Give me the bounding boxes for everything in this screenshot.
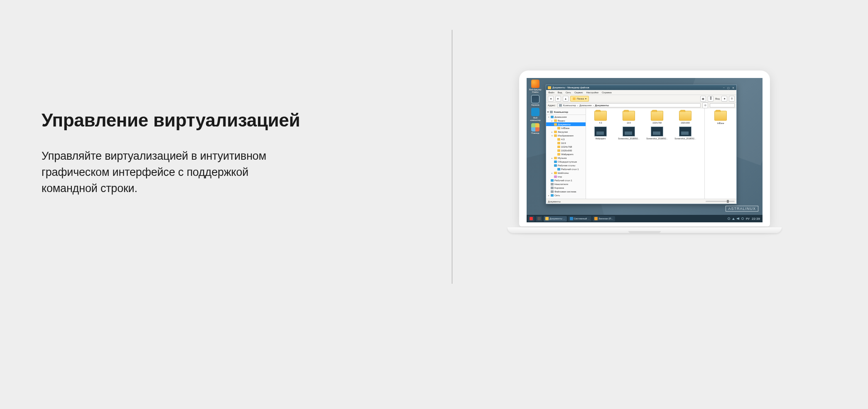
grid-label: 16:9 (627, 122, 631, 124)
desktop-icon-trash[interactable]: Корзина (528, 95, 542, 106)
menu-service[interactable]: Сервис (574, 91, 583, 94)
tree-item[interactable]: Корзина (546, 186, 586, 190)
nav-back-button[interactable]: ◄ (548, 96, 554, 102)
tray-language[interactable]: РУ (746, 217, 750, 220)
tree-item[interactable]: ▸Видео (546, 119, 586, 122)
folder-icon (551, 187, 554, 189)
file-grid: 4:316:91024x7681920x900WallpapersScreens… (586, 108, 705, 199)
breadcrumb[interactable]: Компьютер (563, 104, 576, 107)
view-favorites-button[interactable]: ★ (721, 96, 727, 102)
breadcrumb[interactable]: Домашняя (579, 104, 592, 107)
maximize-button[interactable]: ▢ (727, 86, 730, 89)
menu-network[interactable]: Сеть (566, 91, 571, 94)
grid-folder[interactable]: 1024x768 (645, 111, 669, 124)
grid-label: 1024x768 (652, 122, 662, 124)
show-desktop-button[interactable] (536, 216, 542, 222)
address-input[interactable]: Компьютер› Домашняя› Документы (557, 103, 701, 107)
folder-icon (554, 119, 557, 122)
tree-label: 4:3 (561, 138, 564, 141)
drive-icon (559, 104, 562, 107)
tree-root[interactable]: ▾ Компьютер (546, 109, 586, 115)
folder-icon[interactable] (714, 111, 727, 121)
address-bar: Адрес: Компьютер› Домашняя› Документы ⟳ (546, 102, 736, 108)
taskbar-label: Записки (П... (598, 217, 613, 220)
desktop-icon-help[interactable]: Помощь (528, 123, 542, 134)
tree-item[interactable]: 1920x900 (546, 149, 586, 152)
grid-folder[interactable]: 16:9 (617, 111, 641, 124)
search-input[interactable] (710, 103, 735, 107)
grid-label: Screenshot_2018092... (618, 137, 640, 140)
grid-folder[interactable]: 1920x900 (673, 111, 697, 124)
breadcrumb-current[interactable]: Документы (595, 104, 609, 107)
trash-icon (531, 95, 539, 103)
tray-power-icon[interactable] (741, 217, 744, 220)
laptop-notch (628, 231, 661, 233)
tree-item[interactable]: 1024x768 (546, 145, 586, 149)
refresh-button[interactable]: ⟳ (702, 102, 708, 108)
new-folder-button[interactable]: Папка ▾ (570, 96, 589, 102)
tree-item[interactable]: ▾Домашняя (546, 115, 586, 119)
tree-item[interactable]: 4:3 (546, 137, 586, 141)
disclosure-icon: ▸ (551, 131, 553, 133)
view-list-button[interactable]: ≣ (708, 96, 714, 102)
nav-forward-button[interactable]: ► (555, 96, 561, 102)
grid-image[interactable]: Screenshot_2018092... (617, 127, 641, 140)
tree-item[interactable]: tmp (546, 175, 586, 178)
view-label: Вид (715, 97, 720, 100)
chevron-down-icon: ▾ (585, 97, 586, 100)
grid-image[interactable]: Screenshot_2018092... (645, 127, 669, 140)
desktop-icon-firefox[interactable]: Веб-браузер Firefox (528, 80, 542, 93)
zoom-slider[interactable] (706, 201, 735, 202)
desktop-icon-computer[interactable]: Мой компьютер (528, 108, 542, 122)
menu-settings[interactable]: Настройки (586, 91, 598, 94)
tree-item[interactable]: Рабочий стол 1 (546, 167, 586, 171)
nav-up-button[interactable]: ▲ (563, 96, 569, 102)
status-bar: Документы (546, 199, 736, 204)
tree-item[interactable]: Накопители (546, 182, 586, 186)
status-text: Документы (548, 200, 561, 203)
minimize-button[interactable]: – (722, 86, 726, 89)
taskbar-item-filemanager[interactable]: Документы ... (544, 216, 567, 222)
tree-item[interactable]: Wallpapers (546, 152, 586, 156)
tree-item[interactable]: ▾Документы (546, 122, 586, 126)
tree-item[interactable]: ▸Сеть (546, 193, 586, 197)
tree-item[interactable]: Рабочие столы (546, 163, 586, 167)
tree-item[interactable]: ▾Изображения (546, 134, 586, 137)
tree-item[interactable]: ▸Загрузки (546, 130, 586, 134)
tray-up-icon[interactable] (732, 218, 735, 220)
disclosure-icon: ▸ (551, 172, 553, 174)
tree-item[interactable]: 16:9 (546, 141, 586, 145)
menu-view[interactable]: Вид (558, 91, 562, 94)
grid-image[interactable]: Screenshot_2018092... (673, 127, 697, 140)
close-button[interactable]: ✕ (731, 86, 735, 89)
tree-item[interactable]: Файловая система (546, 190, 586, 193)
tray-network-icon[interactable] (728, 217, 730, 220)
window-titlebar[interactable]: Документы - Менеджер файлов – ▢ ✕ (546, 85, 736, 90)
taskbar-item-system[interactable]: Системный ... (568, 216, 591, 222)
grid-image[interactable]: Wallpapers (588, 127, 613, 140)
toolbar: ◄ ► ▲ Папка ▾ ▦ ≣ Вид ★ ⚲ (546, 95, 736, 102)
preview-label: InfBase (707, 122, 734, 124)
start-button[interactable] (528, 216, 535, 222)
grid-folder[interactable]: 4:3 (588, 111, 613, 124)
tree-item[interactable]: InfBase (546, 126, 586, 130)
menu-file[interactable]: Файл (548, 91, 554, 94)
folder-icon (551, 179, 554, 182)
tree-item[interactable]: ▸Шаблоны (546, 171, 586, 175)
disclosure-icon: ▸ (551, 157, 553, 159)
folder-icon (551, 116, 554, 118)
tree-item[interactable]: ▸Музыка (546, 156, 586, 160)
view-icons-button[interactable]: ▦ (700, 96, 706, 102)
taskbar-item-notes[interactable]: Записки (П... (593, 216, 615, 222)
tray-volume-icon[interactable] (737, 217, 739, 220)
chevron-down-icon: ▾ (547, 110, 549, 113)
tree-label: Накопители (554, 183, 568, 185)
desktop-icon (537, 217, 541, 220)
view-filter-button[interactable]: ⚲ (729, 96, 735, 102)
folder-icon (551, 190, 554, 193)
tray-clock[interactable]: 22:39 (752, 217, 760, 221)
tree-item[interactable]: Общедоступные (546, 160, 586, 163)
menu-help[interactable]: Справка (602, 91, 612, 94)
icon-label: Помощь (531, 132, 539, 134)
tree-item[interactable]: Рабочий стол 1 (546, 178, 586, 182)
